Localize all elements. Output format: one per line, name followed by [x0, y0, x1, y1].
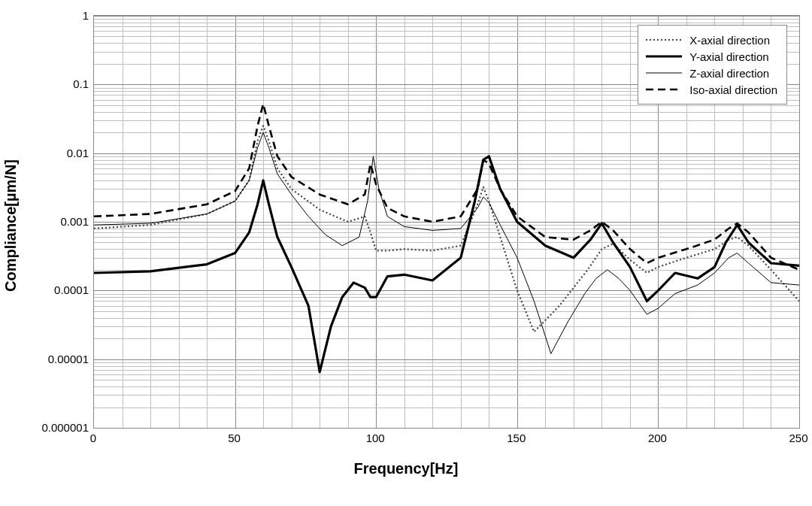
legend-row: Z-axial direction	[646, 65, 777, 81]
y-tick: 1	[14, 9, 89, 22]
legend: X-axial directionY-axial directionZ-axia…	[638, 25, 787, 105]
x-tick: 100	[366, 432, 385, 444]
x-tick: 150	[507, 432, 526, 444]
legend-row: Iso-axial direction	[646, 81, 777, 98]
y-tick: 0.01	[14, 146, 89, 159]
y-tick: 0.00001	[14, 352, 89, 365]
y-tick: 0.1	[14, 77, 89, 90]
y-tick: 0.0001	[14, 283, 89, 296]
y-tick: 0.001	[14, 215, 89, 228]
x-tick: 200	[648, 432, 667, 444]
x-axis-label: Frequency[Hz]	[0, 460, 812, 477]
series-x-axial-direction	[94, 126, 799, 332]
legend-label: X-axial direction	[689, 34, 770, 47]
legend-swatch-icon	[646, 34, 682, 46]
legend-swatch-icon	[646, 50, 682, 62]
x-tick: 0	[90, 432, 96, 444]
x-tick: 50	[228, 432, 241, 444]
legend-row: Y-axial direction	[646, 48, 777, 65]
legend-label: Y-axial direction	[689, 50, 768, 63]
series-y-axial-direction	[94, 156, 799, 372]
series-iso-axial-direction	[94, 104, 799, 269]
legend-swatch-icon	[646, 83, 682, 95]
legend-row: X-axial direction	[646, 32, 777, 48]
legend-label: Iso-axial direction	[689, 83, 777, 96]
series-z-axial-direction	[94, 132, 799, 353]
y-tick: 0.000001	[14, 421, 89, 434]
legend-label: Z-axial direction	[689, 67, 769, 80]
plot-area: X-axial directionY-axial directionZ-axia…	[93, 15, 800, 429]
compliance-frequency-chart: Compliance[µm/N] Frequency[Hz] X-axial d…	[0, 0, 812, 506]
legend-swatch-icon	[646, 67, 682, 79]
x-tick: 250	[789, 432, 807, 444]
